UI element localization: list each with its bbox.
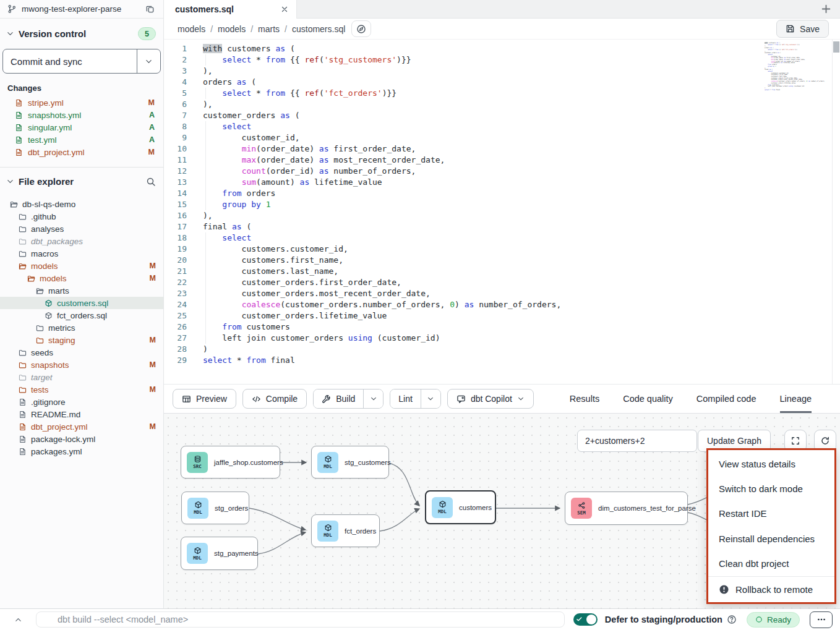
branch-bar: mwong-test-explorer-parse (0, 0, 163, 19)
tree-item-label: models (31, 262, 145, 271)
breadcrumb-item[interactable]: models (218, 24, 246, 34)
editor-toolbar: Preview Compile Build Lint (164, 385, 840, 414)
menu-item-reinstall-dependencies[interactable]: Reinstall dependencies (708, 526, 834, 551)
tree-item-models[interactable]: modelsM (0, 272, 163, 284)
tree-item-staging[interactable]: stagingM (0, 334, 163, 346)
tree-item-fct-orders-sql[interactable]: fct_orders.sql (0, 309, 163, 321)
version-control-header[interactable]: Version control 5 (0, 19, 163, 46)
lineage-node-customers[interactable]: MDLcustomers (425, 490, 496, 524)
close-tab-icon[interactable] (280, 5, 289, 14)
open-docs-button[interactable] (351, 20, 371, 37)
tree-item-label: dbt_project.yml (31, 422, 145, 432)
menu-item-restart-ide[interactable]: Restart IDE (708, 501, 834, 526)
build-button[interactable]: Build (314, 389, 363, 408)
change-row[interactable]: dbt_project.ymlM (0, 146, 163, 158)
lineage-node-jaffle-shop-customers[interactable]: SRCjaffle_shop.customers (181, 446, 280, 479)
tree-item--gitignore[interactable]: .gitignore (0, 396, 163, 408)
file-explorer-header[interactable]: File explorer (0, 168, 163, 193)
tree-item-readme-md[interactable]: README.md (0, 408, 163, 420)
dbt-copilot-button[interactable]: dbt Copilot (447, 389, 534, 409)
more-options-button[interactable] (810, 611, 833, 628)
search-icon[interactable] (146, 177, 156, 187)
editor-tabbar: customers.sql (164, 0, 840, 19)
change-file-name: test.yml (28, 135, 144, 145)
tree-item-analyses[interactable]: analyses (0, 223, 163, 235)
code-line: 12 count(order_id) as number_of_orders, (164, 166, 840, 177)
lineage-canvas[interactable]: SRCjaffle_shop.customersMDLstg_customers… (164, 414, 840, 608)
folder-icon (19, 386, 27, 394)
tab-compiled-code[interactable]: Compiled code (696, 385, 756, 413)
tab-code-quality[interactable]: Code quality (623, 385, 673, 413)
tree-item-dbt-packages[interactable]: dbt_packages (0, 235, 163, 247)
tree-item-db-sl-qs-demo[interactable]: db-sl-qs-demo (0, 198, 163, 210)
line-number: 12 (164, 166, 187, 177)
line-number: 9 (164, 132, 187, 143)
change-row[interactable]: stripe.ymlM (0, 96, 163, 109)
tree-item-snapshots[interactable]: snapshotsM (0, 359, 163, 371)
tree-item-macros[interactable]: macros (0, 247, 163, 260)
tree-item-metrics[interactable]: metrics (0, 321, 163, 334)
breadcrumb-bar: models/models/marts/customers.sql Save (164, 19, 840, 40)
tab-customers-sql[interactable]: customers.sql (164, 0, 297, 19)
tree-item-customers-sql[interactable]: customers.sql (0, 297, 163, 309)
tree-item-dbt-project-yml[interactable]: dbt_project.ymlM (0, 420, 163, 433)
code-line: 22 customer_orders.first_order_date, (164, 277, 840, 288)
tab-results[interactable]: Results (570, 385, 599, 413)
lineage-selector-input[interactable]: 2+customers+2 (577, 430, 697, 452)
breadcrumb-item[interactable]: marts (258, 24, 280, 34)
tree-item-marts[interactable]: marts (0, 284, 163, 297)
code-editor[interactable]: 1with customers as (2 select * from {{ r… (164, 40, 840, 385)
line-number: 17 (164, 221, 187, 232)
tree-item-label: metrics (48, 323, 156, 333)
line-number: 3 (164, 66, 187, 77)
help-icon[interactable] (727, 615, 737, 624)
breadcrumb-item[interactable]: customers.sql (292, 24, 345, 34)
tree-item--github[interactable]: .github (0, 210, 163, 223)
code-line: 25 customer_orders.lifetime_value (164, 310, 840, 321)
node-type-badge: MDL (187, 498, 208, 519)
node-label: stg_orders (215, 504, 248, 512)
editor-scrollbar[interactable] (832, 40, 840, 384)
commit-dropdown-button[interactable] (137, 49, 160, 73)
line-number: 29 (164, 355, 187, 366)
lineage-node-dim-customers-test-for-parse[interactable]: SEMdim_customers_test_for_parse (565, 492, 688, 525)
tree-item-label: README.md (31, 410, 156, 419)
tree-item-seeds[interactable]: seeds (0, 346, 163, 359)
database-icon (194, 455, 202, 463)
lineage-node-stg-customers[interactable]: MDLstg_customers (311, 446, 389, 479)
change-row[interactable]: singular.ymlA (0, 121, 163, 134)
menu-item-rollback-to-remote[interactable]: Rollback to remote (708, 576, 834, 602)
commit-and-sync-button[interactable]: Commit and sync (3, 49, 137, 73)
tree-item-status: M (150, 385, 156, 394)
tree-item-tests[interactable]: testsM (0, 383, 163, 396)
collapse-panel-button[interactable] (10, 616, 26, 624)
code-line: 1with customers as ( (164, 43, 840, 54)
node-type-badge: MDL (317, 452, 338, 473)
lineage-node-fct-orders[interactable]: MDLfct_orders (311, 514, 380, 547)
tree-item-target[interactable]: target (0, 371, 163, 383)
menu-item-switch-to-dark-mode[interactable]: Switch to dark mode (708, 476, 834, 501)
build-dropdown-button[interactable] (363, 389, 383, 408)
lint-dropdown-button[interactable] (421, 389, 440, 408)
scrollbar-thumb[interactable] (833, 41, 839, 53)
compile-button[interactable]: Compile (242, 389, 307, 409)
new-tab-button[interactable] (812, 0, 840, 18)
lineage-node-stg-payments[interactable]: MDLstg_payments (181, 537, 258, 570)
tree-item-package-lock-yml[interactable]: package-lock.yml (0, 433, 163, 445)
change-row[interactable]: test.ymlA (0, 134, 163, 146)
change-row[interactable]: snapshots.ymlA (0, 109, 163, 121)
menu-item-view-status-details[interactable]: View status details (708, 451, 834, 476)
command-input[interactable]: dbt build --select <model_name> (36, 611, 565, 628)
tab-lineage[interactable]: Lineage (780, 385, 812, 413)
copy-icon[interactable] (145, 4, 155, 14)
preview-button[interactable]: Preview (173, 389, 236, 409)
tree-item-packages-yml[interactable]: packages.yml (0, 445, 163, 458)
breadcrumb-item[interactable]: models (178, 24, 205, 34)
save-button[interactable]: Save (776, 20, 829, 38)
defer-toggle[interactable] (573, 613, 598, 626)
commit-split-button: Commit and sync (2, 49, 161, 74)
menu-item-clean-dbt-project[interactable]: Clean dbt project (708, 551, 834, 576)
lint-button[interactable]: Lint (390, 389, 421, 408)
tree-item-models[interactable]: modelsM (0, 260, 163, 272)
lineage-node-stg-orders[interactable]: MDLstg_orders (181, 492, 249, 524)
